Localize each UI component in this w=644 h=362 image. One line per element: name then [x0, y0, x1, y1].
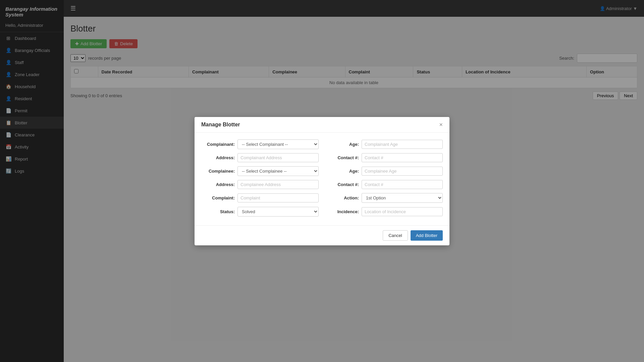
cancel-button[interactable]: Cancel: [383, 230, 408, 241]
form-row-4: Address: Contact #:: [201, 180, 443, 189]
modal-footer: Cancel Add Blotter: [195, 225, 449, 245]
form-row-1: Complainant: -- Select Complainant -- Ag…: [201, 139, 443, 149]
modal-close-button[interactable]: ×: [439, 122, 443, 128]
action-row: Action: 1st Option 2nd Option 3rd Option: [325, 193, 443, 203]
complainee-row: Complainee: -- Select Complainee --: [201, 166, 319, 176]
complainant-age-row: Age:: [325, 139, 443, 149]
modal-title: Manage Blotter: [201, 122, 240, 128]
complainee-age-row: Age:: [325, 166, 443, 176]
contact-label: Contact #:: [325, 155, 359, 160]
modal-body: Complainant: -- Select Complainant -- Ag…: [195, 133, 449, 225]
complaint-label: Complaint:: [201, 195, 235, 200]
complainant-label: Complainant:: [201, 142, 235, 147]
complainee-age-label: Age:: [325, 169, 359, 174]
incidence-label: Incidence:: [325, 209, 359, 214]
add-blotter-submit-button[interactable]: Add Blotter: [411, 230, 443, 241]
action-select[interactable]: 1st Option 2nd Option 3rd Option: [362, 193, 443, 203]
action-label: Action:: [325, 195, 359, 200]
complainant-address-row: Address:: [201, 153, 319, 162]
complainant-row: Complainant: -- Select Complainant --: [201, 139, 319, 149]
form-row-3: Complainee: -- Select Complainee -- Age:: [201, 166, 443, 176]
manage-blotter-modal: Manage Blotter × Complainant: -- Select …: [195, 117, 449, 245]
complainant-contact-input[interactable]: [362, 153, 443, 162]
form-row-5: Complaint: Action: 1st Option 2nd Option…: [201, 193, 443, 203]
complaint-input[interactable]: [237, 193, 319, 202]
incidence-row: Incidence:: [325, 207, 443, 217]
complainant-contact-row: Contact #:: [325, 153, 443, 162]
age-label: Age:: [325, 142, 359, 147]
status-label: Status:: [201, 209, 235, 214]
complainee-contact-input[interactable]: [362, 180, 443, 189]
complainee-contact-label: Contact #:: [325, 182, 359, 187]
status-select[interactable]: Solved Unsolved Pending: [237, 207, 319, 217]
status-row: Status: Solved Unsolved Pending: [201, 207, 319, 217]
complainee-address-label: Address:: [201, 182, 235, 187]
complainee-select[interactable]: -- Select Complainee --: [237, 166, 319, 176]
complainant-address-input[interactable]: [237, 153, 319, 162]
complainee-age-input[interactable]: [362, 167, 443, 176]
complainant-age-input[interactable]: [362, 140, 443, 149]
modal-header: Manage Blotter ×: [195, 117, 449, 133]
complainee-label: Complainee:: [201, 169, 235, 174]
complainant-select[interactable]: -- Select Complainant --: [237, 139, 319, 149]
form-row-2: Address: Contact #:: [201, 153, 443, 162]
complainee-contact-row: Contact #:: [325, 180, 443, 189]
incidence-input[interactable]: [362, 207, 443, 216]
complainee-address-row: Address:: [201, 180, 319, 189]
address-label: Address:: [201, 155, 235, 160]
complaint-row: Complaint:: [201, 193, 319, 203]
complainee-address-input[interactable]: [237, 180, 319, 189]
modal-overlay: Manage Blotter × Complainant: -- Select …: [0, 0, 644, 362]
form-row-6: Status: Solved Unsolved Pending Incidenc…: [201, 207, 443, 217]
